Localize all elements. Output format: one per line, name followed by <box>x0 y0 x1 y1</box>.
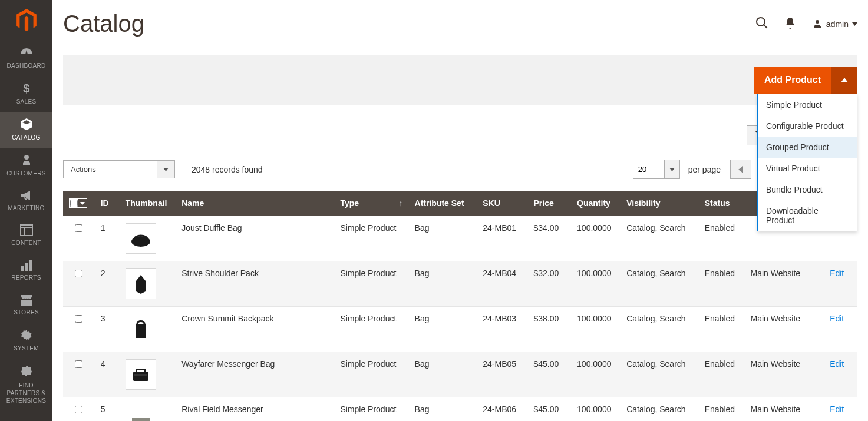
col-status[interactable]: Status <box>699 191 745 216</box>
cell-sku: 24-MB03 <box>477 306 527 352</box>
cell-attribute-set: Bag <box>409 216 477 261</box>
sort-asc-icon: ↑ <box>399 198 403 208</box>
option-virtual-product[interactable]: Virtual Product <box>758 158 857 179</box>
bell-icon[interactable] <box>785 17 796 31</box>
cell-quantity: 100.0000 <box>571 397 621 421</box>
layout-icon <box>2 224 50 237</box>
nav-label: DASHBOARD <box>2 62 50 69</box>
table-row[interactable]: 4Wayfarer Messenger BagSimple ProductBag… <box>63 352 857 397</box>
per-page-input[interactable] <box>633 160 665 179</box>
add-product-toggle[interactable] <box>831 67 857 94</box>
col-visibility[interactable]: Visibility <box>621 191 699 216</box>
cell-name: Strive Shoulder Pack <box>176 261 334 306</box>
cell-quantity: 100.0000 <box>571 261 621 306</box>
cell-id: 5 <box>95 397 120 421</box>
cell-id: 4 <box>95 352 120 397</box>
cell-sku: 24-MB06 <box>477 397 527 421</box>
per-page-toggle[interactable] <box>665 160 680 179</box>
edit-link[interactable]: Edit <box>830 359 844 369</box>
magento-logo[interactable] <box>0 0 52 41</box>
option-downloadable-product[interactable]: Downloadable Product <box>758 200 857 231</box>
table-row[interactable]: 3Crown Summit BackpackSimple ProductBag2… <box>63 306 857 352</box>
nav-partners[interactable]: FIND PARTNERS & EXTENSIONS <box>0 359 52 412</box>
nav-catalog[interactable]: CATALOG <box>0 112 52 148</box>
row-checkbox[interactable] <box>75 406 82 413</box>
cell-name: Wayfarer Messenger Bag <box>176 352 334 397</box>
col-quantity[interactable]: Quantity <box>571 191 621 216</box>
records-found: 2048 records found <box>192 165 263 174</box>
cell-price: $34.00 <box>527 216 571 261</box>
search-icon[interactable] <box>755 16 768 31</box>
add-product-button[interactable]: Add Product <box>754 67 831 94</box>
nav-content[interactable]: CONTENT <box>0 218 52 253</box>
svg-point-1 <box>757 18 765 26</box>
cell-price: $45.00 <box>527 397 571 421</box>
col-select-all[interactable] <box>63 191 95 216</box>
nav-label: SYSTEM <box>2 345 50 352</box>
cell-id: 2 <box>95 261 120 306</box>
cell-websites: Main Website <box>745 352 824 397</box>
nav-sales[interactable]: $ SALES <box>0 76 52 112</box>
cell-visibility: Catalog, Search <box>621 397 699 421</box>
table-row[interactable]: 1Joust Duffle BagSimple ProductBag24-MB0… <box>63 216 857 261</box>
edit-link[interactable]: Edit <box>830 268 844 278</box>
product-thumbnail <box>126 268 156 299</box>
cell-visibility: Catalog, Search <box>621 216 699 261</box>
table-row[interactable]: 5Rival Field MessengerSimple ProductBag2… <box>63 397 857 421</box>
option-bundle-product[interactable]: Bundle Product <box>758 179 857 200</box>
pager-prev-button[interactable] <box>730 160 751 179</box>
row-checkbox[interactable] <box>75 360 82 368</box>
product-grid: ID Thumbnail Name Type↑ Attribute Set SK… <box>63 191 857 421</box>
col-price[interactable]: Price <box>527 191 571 216</box>
actions-toggle[interactable] <box>157 160 175 178</box>
edit-link[interactable]: Edit <box>830 405 844 414</box>
megaphone-icon <box>2 190 50 203</box>
caret-up-icon <box>841 78 848 82</box>
cell-status: Enabled <box>699 352 745 397</box>
cell-attribute-set: Bag <box>409 352 477 397</box>
row-checkbox[interactable] <box>75 224 82 232</box>
product-thumbnail <box>126 314 156 344</box>
option-grouped-product[interactable]: Grouped Product <box>758 137 857 158</box>
option-simple-product[interactable]: Simple Product <box>758 94 857 115</box>
caret-down-icon <box>163 168 169 171</box>
svg-rect-3 <box>133 372 148 381</box>
cell-name: Crown Summit Backpack <box>176 306 334 352</box>
col-sku[interactable]: SKU <box>477 191 527 216</box>
cell-visibility: Catalog, Search <box>621 352 699 397</box>
cell-sku: 24-MB04 <box>477 261 527 306</box>
caret-down-icon <box>669 168 675 171</box>
gear-icon <box>2 329 50 343</box>
bulk-actions-select[interactable]: Actions <box>63 160 175 178</box>
col-attribute-set[interactable]: Attribute Set <box>409 191 477 216</box>
col-name[interactable]: Name <box>176 191 334 216</box>
row-checkbox[interactable] <box>75 270 82 277</box>
nav-stores[interactable]: STORES <box>0 288 52 323</box>
col-thumbnail[interactable]: Thumbnail <box>120 191 176 216</box>
col-type[interactable]: Type↑ <box>334 191 408 216</box>
cell-quantity: 100.0000 <box>571 352 621 397</box>
select-all-checkbox[interactable] <box>70 200 78 207</box>
nav-label: STORES <box>2 309 50 316</box>
cell-price: $38.00 <box>527 306 571 352</box>
nav-dashboard[interactable]: DASHBOARD <box>0 41 52 76</box>
person-icon <box>2 154 50 168</box>
puzzle-icon <box>2 364 50 379</box>
table-row[interactable]: 2Strive Shoulder PackSimple ProductBag24… <box>63 261 857 306</box>
cell-type: Simple Product <box>334 216 408 261</box>
grid-controls: Actions 2048 records found per page <box>63 160 857 179</box>
nav-label: CONTENT <box>2 240 50 246</box>
select-all-toggle[interactable] <box>78 199 87 207</box>
option-configurable-product[interactable]: Configurable Product <box>758 115 857 137</box>
nav-marketing[interactable]: MARKETING <box>0 184 52 218</box>
col-id[interactable]: ID <box>95 191 120 216</box>
user-menu[interactable]: admin <box>812 19 857 29</box>
row-checkbox[interactable] <box>75 315 82 323</box>
nav-label: MARKETING <box>2 205 50 211</box>
edit-link[interactable]: Edit <box>830 314 844 323</box>
nav-customers[interactable]: CUSTOMERS <box>0 148 52 184</box>
cell-status: Enabled <box>699 306 745 352</box>
nav-reports[interactable]: REPORTS <box>0 253 52 288</box>
cell-id: 1 <box>95 216 120 261</box>
nav-system[interactable]: SYSTEM <box>0 323 52 359</box>
